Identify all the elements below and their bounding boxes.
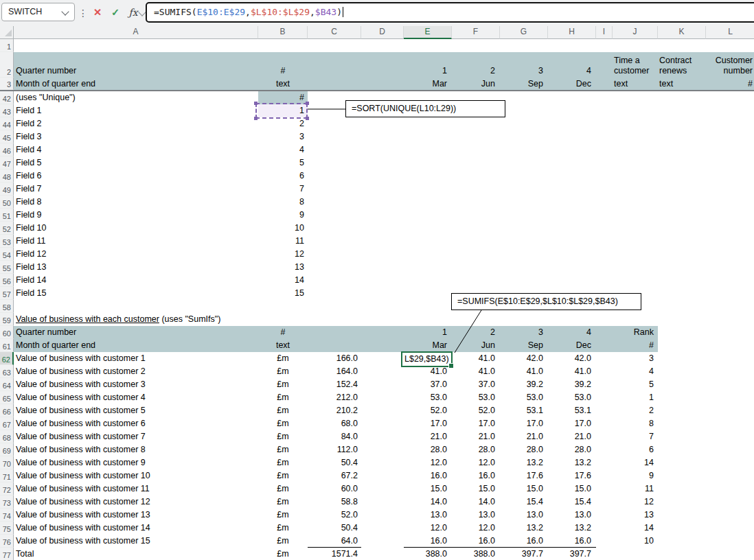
cell-G62[interactable]: 42.0: [500, 352, 548, 365]
cell-F1[interactable]: [452, 39, 500, 52]
cell-A67[interactable]: Value of business with customer 6: [14, 417, 258, 430]
cell-F62[interactable]: 41.0: [452, 352, 500, 365]
cell-K51[interactable]: [658, 209, 706, 222]
cell-I51[interactable]: [596, 209, 613, 222]
cell-A53[interactable]: Field 11: [14, 235, 258, 248]
cell-E45[interactable]: [404, 130, 452, 143]
cell-A54[interactable]: Field 12: [14, 248, 258, 261]
cell-K71[interactable]: [658, 469, 706, 482]
row-header-62[interactable]: 62: [0, 352, 14, 365]
cell-G3[interactable]: Sep: [500, 78, 548, 90]
cell-E2[interactable]: 1: [404, 52, 452, 78]
cell-H48[interactable]: [548, 170, 596, 183]
cell-F52[interactable]: [452, 222, 500, 235]
cell-B75[interactable]: £m: [258, 522, 308, 535]
cell-K43[interactable]: [658, 104, 706, 117]
cell-B65[interactable]: £m: [258, 391, 308, 404]
cell-K57[interactable]: [658, 287, 706, 300]
cell-K65[interactable]: [658, 391, 706, 404]
cell-J69[interactable]: 6: [613, 443, 658, 456]
cell-G67[interactable]: 17.0: [500, 417, 548, 430]
cell-J53[interactable]: [613, 235, 658, 248]
cell-B61[interactable]: text: [258, 339, 308, 352]
callout-sumifs-formula[interactable]: =SUMIFS(E$10:E$29,$L$10:$L$29,$B43): [451, 293, 641, 310]
cell-D57[interactable]: [361, 287, 404, 300]
cell-L64[interactable]: [706, 378, 754, 391]
cell-I56[interactable]: [596, 274, 613, 287]
cell-E53[interactable]: [404, 235, 452, 248]
cell-I55[interactable]: [596, 261, 613, 274]
row-header-3[interactable]: 3: [0, 78, 14, 90]
cell-H47[interactable]: [548, 156, 596, 170]
cell-G55[interactable]: [500, 261, 548, 274]
cell-H56[interactable]: [548, 274, 596, 287]
cell-D44[interactable]: [361, 117, 404, 130]
cell-E75[interactable]: 12.0: [404, 522, 452, 535]
cell-C62[interactable]: 166.0: [308, 352, 361, 365]
cell-I53[interactable]: [596, 235, 613, 248]
row-header-1[interactable]: 1: [0, 39, 14, 52]
row-header-2[interactable]: 2: [0, 52, 14, 78]
cell-D50[interactable]: [361, 196, 404, 209]
cell-G54[interactable]: [500, 248, 548, 261]
row-header-63[interactable]: 63: [0, 365, 14, 378]
cell-J43[interactable]: [613, 104, 658, 117]
cell-K47[interactable]: [658, 156, 706, 170]
cell-B68[interactable]: £m: [258, 430, 308, 443]
cell-L66[interactable]: [706, 404, 754, 417]
cell-D61[interactable]: [361, 339, 404, 352]
cell-I77[interactable]: [596, 548, 613, 560]
cell-J65[interactable]: 1: [613, 391, 658, 404]
cell-A72[interactable]: Value of business with customer 11: [14, 482, 258, 495]
cell-E49[interactable]: [404, 183, 452, 196]
cell-H61[interactable]: Dec: [548, 339, 596, 352]
cell-J47[interactable]: [613, 156, 658, 170]
cell-A65[interactable]: Value of business with customer 4: [14, 391, 258, 404]
cell-D68[interactable]: [361, 430, 404, 443]
cell-I74[interactable]: [596, 509, 613, 522]
row-header-58[interactable]: 58: [0, 300, 14, 313]
cell-K45[interactable]: [658, 130, 706, 143]
cell-L69[interactable]: [706, 443, 754, 456]
cell-B3[interactable]: text: [258, 78, 308, 90]
cell-A74[interactable]: Value of business with customer 13: [14, 509, 258, 522]
cell-F51[interactable]: [452, 209, 500, 222]
cell-E46[interactable]: [404, 143, 452, 156]
cell-L51[interactable]: [706, 209, 754, 222]
cell-K42[interactable]: [658, 91, 706, 104]
cell-E54[interactable]: [404, 248, 452, 261]
cell-E52[interactable]: [404, 222, 452, 235]
cell-J72[interactable]: 11: [613, 482, 658, 495]
cell-D64[interactable]: [361, 378, 404, 391]
cell-K54[interactable]: [658, 248, 706, 261]
cell-E60[interactable]: 1: [404, 326, 452, 339]
cell-A45[interactable]: Field 3: [14, 130, 258, 143]
cell-G76[interactable]: 16.0: [500, 535, 548, 548]
cell-A71[interactable]: Value of business with customer 10: [14, 469, 258, 482]
row-header-53[interactable]: 53: [0, 235, 14, 248]
cell-A44[interactable]: Field 2: [14, 117, 258, 130]
cell-F75[interactable]: 12.0: [452, 522, 500, 535]
cell-K48[interactable]: [658, 170, 706, 183]
cell-B67[interactable]: £m: [258, 417, 308, 430]
column-header-A[interactable]: A: [14, 26, 258, 39]
cell-G47[interactable]: [500, 156, 548, 170]
cell-J2[interactable]: Time a customer: [613, 52, 658, 78]
cell-F55[interactable]: [452, 261, 500, 274]
cell-B57[interactable]: 15: [258, 287, 308, 300]
cell-B48[interactable]: 6: [258, 170, 308, 183]
cell-A69[interactable]: Value of business with customer 8: [14, 443, 258, 456]
cell-L46[interactable]: [706, 143, 754, 156]
cell-H73[interactable]: 15.4: [548, 495, 596, 509]
cell-L61[interactable]: [706, 339, 754, 352]
cell-B47[interactable]: 5: [258, 156, 308, 170]
cell-J48[interactable]: [613, 170, 658, 183]
row-header-60[interactable]: 60: [0, 326, 14, 339]
column-header-C[interactable]: C: [308, 26, 361, 39]
cell-D47[interactable]: [361, 156, 404, 170]
cell-J3[interactable]: text: [613, 78, 658, 90]
cell-H66[interactable]: 53.1: [548, 404, 596, 417]
row-header-66[interactable]: 66: [0, 404, 14, 417]
row-header-72[interactable]: 72: [0, 482, 14, 495]
cell-G44[interactable]: [500, 117, 548, 130]
